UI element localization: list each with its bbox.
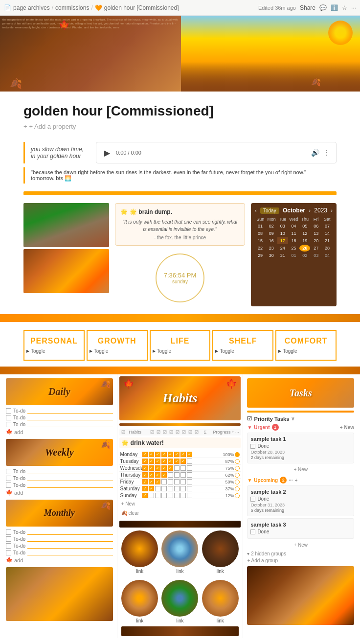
audio-volume-icon[interactable]: 🔊 [311, 149, 319, 157]
link-item-5[interactable]: link [161, 580, 199, 623]
daily-checkbox-3[interactable] [6, 422, 11, 427]
tue-cb-4[interactable]: ✓ [161, 459, 167, 464]
category-shelf-toggle[interactable]: ▶ Toggle [215, 348, 270, 354]
task-3-checkbox[interactable] [250, 529, 255, 534]
cal-day-5[interactable]: 05 [299, 223, 310, 230]
cal-day-next-02[interactable]: 02 [299, 252, 310, 259]
breadcrumb-item-2[interactable]: commissions [55, 4, 89, 11]
mon-cb-6[interactable]: ✓ [174, 452, 180, 457]
link-item-1[interactable]: link [121, 530, 158, 574]
task-1-checkbox[interactable] [250, 444, 255, 449]
cal-day-24[interactable]: 24 [277, 245, 288, 252]
cal-day-7[interactable]: 07 [322, 223, 333, 230]
category-comfort-toggle[interactable]: ▶ Toggle [278, 348, 334, 354]
category-comfort[interactable]: COMFORT ▶ Toggle [275, 330, 337, 361]
link-item-4[interactable]: link [121, 580, 158, 623]
habits-new-button[interactable]: + New [119, 499, 241, 508]
cal-day-23[interactable]: 23 [266, 245, 277, 252]
link-item-6[interactable]: link [202, 580, 239, 623]
cal-day-22[interactable]: 22 [255, 245, 266, 252]
cal-day-29[interactable]: 29 [255, 252, 266, 259]
cal-day-1[interactable]: 01 [255, 223, 266, 230]
link-circle-3[interactable] [202, 530, 239, 567]
tue-cb-6[interactable]: ✓ [174, 459, 180, 464]
category-growth-toggle[interactable]: ▶ Toggle [90, 348, 145, 354]
cal-day-16[interactable]: 16 [266, 237, 277, 244]
cal-day-13[interactable]: 13 [311, 230, 321, 237]
priority-tasks-chevron[interactable]: ∨ [291, 416, 294, 421]
mon-cb-2[interactable]: ✓ [149, 452, 154, 457]
link-circle-1[interactable] [121, 530, 158, 567]
hidden-groups[interactable]: ▾ 2 hidden groups [247, 551, 354, 556]
task-3-check[interactable]: Done [250, 529, 351, 534]
upcoming-new-button[interactable]: + New [247, 541, 354, 549]
cal-day-20[interactable]: 20 [311, 237, 321, 244]
breadcrumb-item-3-label[interactable]: golden hour [Commissioned] [104, 4, 179, 11]
add-property-button[interactable]: + + Add a property [23, 123, 337, 130]
cal-day-18[interactable]: 18 [289, 237, 299, 244]
daily-checkbox-2[interactable] [6, 415, 11, 420]
share-button[interactable]: Share [300, 4, 315, 11]
weekly-checkbox-1[interactable] [6, 469, 11, 474]
cal-day-27[interactable]: 27 [311, 245, 321, 252]
mon-cb-1[interactable]: ✓ [142, 452, 148, 457]
habits-clear-button[interactable]: 🍂 clear [119, 508, 241, 518]
more-icon[interactable]: ··· [351, 4, 356, 11]
category-personal-toggle[interactable]: ▶ Toggle [26, 348, 82, 354]
task-2-check[interactable]: Done [250, 496, 351, 502]
cal-day-14[interactable]: 14 [322, 230, 333, 237]
upcoming-more[interactable]: ··· [289, 478, 292, 483]
monthly-checkbox-3[interactable] [6, 543, 11, 549]
info-icon[interactable]: ℹ️ [331, 4, 338, 11]
cal-day-31[interactable]: 31 [277, 252, 288, 259]
cal-day-next-01[interactable]: 01 [289, 252, 299, 259]
tue-cb-1[interactable]: ✓ [142, 459, 148, 464]
add-group-button[interactable]: + Add a group [247, 558, 354, 563]
monthly-add-button[interactable]: 🍁 add [6, 557, 113, 563]
weekly-checkbox-3[interactable] [6, 483, 11, 488]
cal-today-button[interactable]: Today [260, 207, 279, 214]
link-circle-6[interactable] [202, 580, 239, 617]
category-growth[interactable]: GROWTH ▶ Toggle [87, 330, 148, 361]
tue-cb-7[interactable]: ✓ [180, 459, 186, 464]
tue-cb-5[interactable]: ✓ [168, 459, 173, 464]
breadcrumb-item-1[interactable]: page archives [13, 4, 50, 11]
urgent-add[interactable]: + New [340, 425, 354, 430]
cal-day-6[interactable]: 06 [311, 223, 321, 230]
category-personal[interactable]: PERSONAL ▶ Toggle [23, 330, 85, 361]
cal-day-25[interactable]: 25 [289, 245, 299, 252]
cal-prev-button[interactable]: ‹ [255, 207, 257, 213]
tue-cb-3[interactable]: ✓ [155, 459, 160, 464]
tue-cb-8[interactable] [187, 459, 192, 464]
comment-icon[interactable]: 💬 [319, 4, 327, 11]
audio-player[interactable]: ▶ 0:00 / 0:00 🔊 ⋮ [96, 142, 337, 163]
cal-day-next-03[interactable]: 03 [311, 252, 321, 259]
cal-day-19[interactable]: 19 [299, 237, 310, 244]
urgent-new-button[interactable]: + New [247, 465, 354, 474]
link-circle-5[interactable] [161, 580, 198, 617]
cal-day-4[interactable]: 04 [289, 223, 299, 230]
audio-play-button[interactable]: ▶ [102, 148, 112, 158]
cal-day-3[interactable]: 03 [277, 223, 288, 230]
monthly-checkbox-2[interactable] [6, 536, 11, 542]
upcoming-add[interactable]: + [295, 478, 298, 483]
cal-day-12[interactable]: 12 [299, 230, 310, 237]
cal-day-17[interactable]: 17 [277, 237, 288, 244]
cal-day-next-04[interactable]: 04 [322, 252, 333, 259]
link-circle-2[interactable] [161, 530, 198, 567]
link-item-2[interactable]: link [161, 530, 199, 574]
audio-more-button[interactable]: ⋮ [323, 149, 330, 157]
cal-day-15[interactable]: 15 [255, 237, 266, 244]
task-2-checkbox[interactable] [250, 497, 255, 502]
daily-add-button[interactable]: 🍁 add [6, 429, 113, 435]
link-circle-4[interactable] [121, 580, 158, 617]
monthly-checkbox-1[interactable] [6, 529, 11, 535]
mon-cb-8[interactable]: ✓ [187, 452, 192, 457]
monthly-checkbox-4[interactable] [6, 550, 11, 555]
cal-next-button[interactable]: › [309, 207, 311, 213]
task-1-check[interactable]: Done [250, 443, 351, 449]
category-life[interactable]: LIFE ▶ Toggle [150, 330, 211, 361]
mon-cb-3[interactable]: ✓ [155, 452, 160, 457]
cal-day-2[interactable]: 02 [266, 223, 277, 230]
cal-day-28[interactable]: 28 [322, 245, 333, 252]
